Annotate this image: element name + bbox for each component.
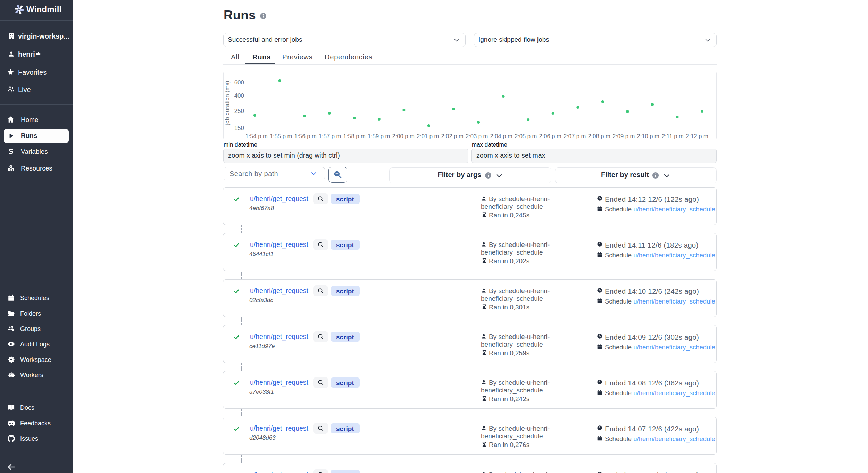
svg-text:1:56 p.m.: 1:56 p.m. (294, 133, 318, 139)
svg-text:1:59 p.m.: 1:59 p.m. (368, 133, 392, 139)
svg-text:600: 600 (234, 79, 244, 86)
svg-text:2:10 p.m.: 2:10 p.m. (637, 133, 661, 139)
svg-text:1:54 p.m.: 1:54 p.m. (245, 133, 269, 139)
svg-text:1:58 p.m.: 1:58 p.m. (343, 133, 367, 139)
svg-text:2:06 p.m.: 2:06 p.m. (539, 133, 563, 139)
svg-text:2:01 p.m.: 2:01 p.m. (417, 133, 441, 139)
svg-text:2:04 p.m.: 2:04 p.m. (490, 133, 514, 139)
svg-text:job duration (ms): job duration (ms) (224, 81, 231, 125)
svg-text:400: 400 (234, 92, 244, 99)
svg-text:1:57 p.m.: 1:57 p.m. (319, 133, 343, 139)
svg-text:2:05 p.m.: 2:05 p.m. (515, 133, 539, 139)
svg-text:2:12 p.m.: 2:12 p.m. (686, 133, 710, 139)
svg-text:2:09 p.m.: 2:09 p.m. (612, 133, 636, 139)
svg-text:2:02 p.m.: 2:02 p.m. (441, 133, 465, 139)
svg-text:2:00 p.m.: 2:00 p.m. (392, 133, 416, 139)
svg-text:2:08 p.m.: 2:08 p.m. (588, 133, 612, 139)
svg-text:2:11 p.m.: 2:11 p.m. (662, 133, 685, 139)
svg-text:250: 250 (234, 108, 244, 114)
svg-text:1:55 p.m.: 1:55 p.m. (270, 133, 294, 139)
svg-text:2:03 p.m.: 2:03 p.m. (466, 133, 490, 139)
svg-text:2:07 p.m.: 2:07 p.m. (564, 133, 587, 139)
svg-text:150: 150 (234, 125, 244, 131)
